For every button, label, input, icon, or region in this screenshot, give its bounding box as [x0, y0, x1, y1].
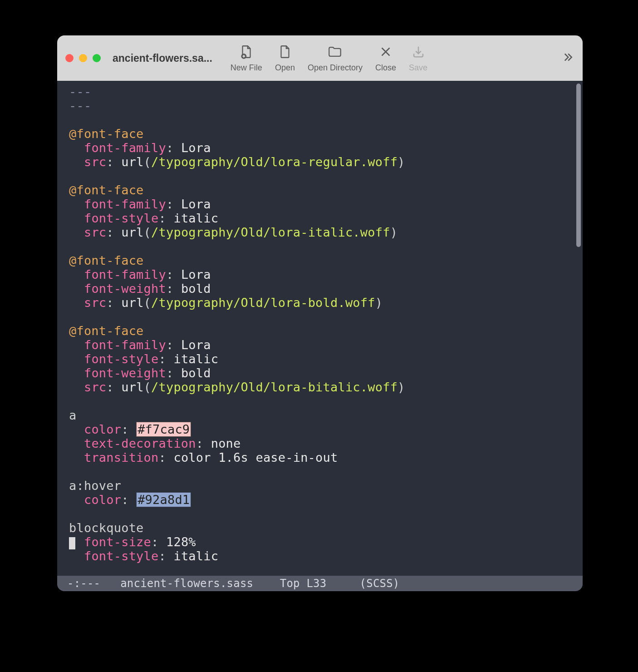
new-file-icon	[239, 44, 254, 61]
close-icon	[378, 44, 393, 61]
document-icon	[277, 44, 293, 61]
open-button[interactable]: Open	[275, 44, 295, 73]
modeline-buffer: ancient-flowers.sass	[120, 577, 253, 590]
close-button[interactable]: Close	[375, 44, 396, 73]
toolbar: New File Open Open Directory	[231, 44, 574, 73]
modeline: -:--- ancient-flowers.sass Top L33 (SCSS…	[57, 576, 583, 591]
window-title: ancient-flowers.sa...	[113, 52, 212, 64]
overflow-button[interactable]	[561, 50, 574, 66]
save-icon	[411, 44, 426, 61]
chevron-double-right-icon	[561, 58, 574, 65]
text-cursor	[69, 537, 75, 549]
modeline-modified: -:---	[67, 577, 100, 590]
save-button[interactable]: Save	[409, 44, 427, 73]
zoom-window-button[interactable]	[93, 54, 101, 62]
modeline-mode: (SCSS)	[360, 577, 400, 590]
open-label: Open	[275, 63, 295, 73]
code-content: --- --- @font-face font-family: Lora src…	[57, 81, 583, 576]
close-label: Close	[375, 63, 396, 73]
open-directory-label: Open Directory	[308, 63, 363, 73]
color-swatch: #92a8d1	[136, 492, 191, 507]
editor-window: ancient-flowers.sa... New File	[57, 35, 583, 591]
color-swatch: #f7cac9	[136, 422, 191, 437]
titlebar: ancient-flowers.sa... New File	[57, 35, 583, 81]
folder-icon	[327, 44, 343, 61]
open-directory-button[interactable]: Open Directory	[308, 44, 363, 73]
window-controls	[65, 54, 101, 62]
close-window-button[interactable]	[65, 54, 74, 62]
editor-area[interactable]: --- --- @font-face font-family: Lora src…	[57, 81, 583, 576]
minimize-window-button[interactable]	[79, 54, 87, 62]
modeline-position: Top L33	[280, 577, 327, 590]
new-file-label: New File	[231, 63, 262, 73]
save-label: Save	[409, 63, 427, 73]
new-file-button[interactable]: New File	[231, 44, 262, 73]
